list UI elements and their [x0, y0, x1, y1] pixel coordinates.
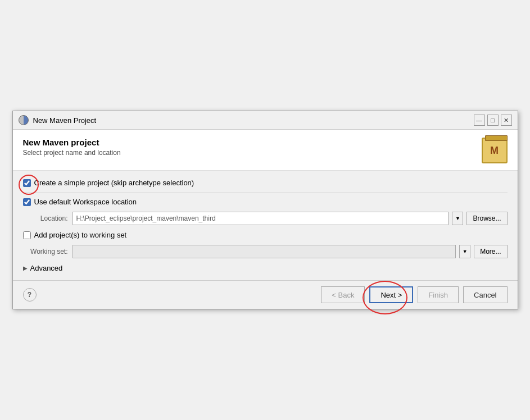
working-set-option-row: Add project(s) to working set [23, 231, 508, 239]
minimize-button[interactable]: — [474, 115, 485, 126]
use-default-workspace-checkbox[interactable] [23, 198, 31, 206]
dialog-footer: ? < Back Next > Finish Cancel [13, 280, 518, 309]
dialog-title: New Maven project [23, 138, 121, 147]
use-default-workspace-label[interactable]: Use default Workspace location [34, 198, 137, 206]
title-bar-controls: — □ ✕ [474, 115, 512, 126]
default-workspace-row: Use default Workspace location [23, 198, 508, 206]
working-set-input[interactable] [73, 245, 456, 258]
cancel-button[interactable]: Cancel [463, 286, 507, 303]
advanced-label: Advanced [30, 264, 63, 272]
footer-right: < Back Next > Finish Cancel [321, 286, 507, 303]
location-row: Location: ▼ Browse... [23, 212, 508, 225]
separator-1 [23, 193, 508, 193]
close-button[interactable]: ✕ [501, 115, 512, 126]
dialog-subtitle: Select project name and location [23, 149, 121, 157]
dialog-body: Create a simple project (skip archetype … [13, 171, 518, 280]
advanced-triangle-icon: ▶ [23, 265, 28, 271]
add-working-set-checkbox[interactable] [23, 231, 31, 239]
maven-icon-label: M [490, 145, 499, 157]
dialog-header: New Maven project Select project name an… [13, 130, 518, 171]
create-simple-label[interactable]: Create a simple project (skip archetype … [34, 179, 194, 187]
maven-dialog-icon [19, 115, 29, 125]
next-button[interactable]: Next > [369, 286, 413, 303]
footer-left: ? [23, 288, 37, 302]
create-simple-checkbox[interactable] [23, 179, 31, 187]
header-text: New Maven project Select project name an… [23, 138, 121, 157]
add-working-set-label[interactable]: Add project(s) to working set [34, 231, 127, 239]
more-button[interactable]: More... [474, 245, 507, 258]
title-bar-left: New Maven Project [19, 115, 97, 125]
working-set-dropdown-button[interactable]: ▼ [459, 245, 470, 258]
next-button-label: Next > [380, 291, 402, 299]
location-input[interactable] [73, 212, 449, 225]
maven-logo-icon: M [482, 138, 508, 163]
create-simple-row: Create a simple project (skip archetype … [23, 179, 508, 187]
finish-button[interactable]: Finish [418, 286, 459, 303]
help-button[interactable]: ? [23, 288, 37, 302]
back-button[interactable]: < Back [321, 286, 365, 303]
location-input-wrapper: ▼ Browse... [73, 212, 508, 225]
create-simple-checkbox-wrapper [23, 179, 31, 187]
working-set-label: Working set: [23, 248, 68, 255]
maximize-button[interactable]: □ [487, 115, 499, 126]
working-set-row: Working set: ▼ More... [23, 245, 508, 258]
location-label: Location: [23, 214, 68, 222]
title-bar-title: New Maven Project [33, 116, 97, 125]
location-dropdown-button[interactable]: ▼ [452, 212, 463, 225]
advanced-section[interactable]: ▶ Advanced [23, 264, 508, 272]
working-set-input-wrapper: ▼ More... [73, 245, 508, 258]
new-maven-project-dialog: New Maven Project — □ ✕ New Maven projec… [12, 111, 518, 309]
browse-button[interactable]: Browse... [466, 212, 507, 225]
title-bar: New Maven Project — □ ✕ [13, 111, 518, 130]
